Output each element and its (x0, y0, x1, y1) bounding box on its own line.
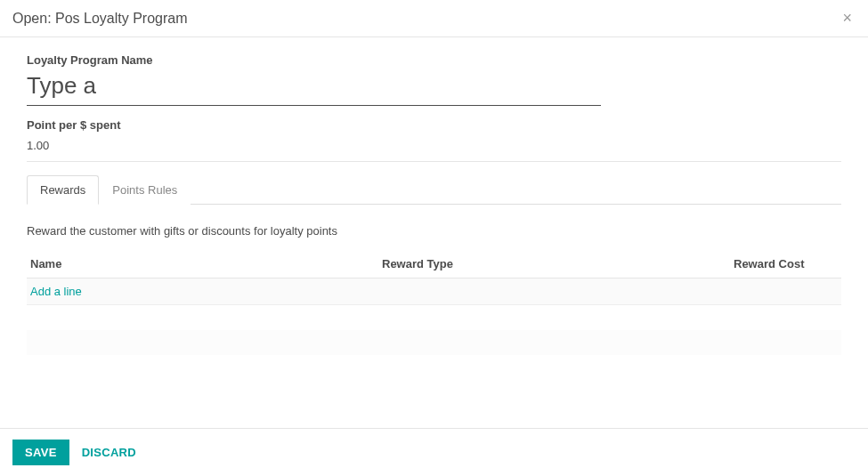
table-header: Name Reward Type Reward Cost (27, 250, 841, 278)
name-input[interactable] (27, 70, 601, 106)
points-input[interactable] (27, 139, 116, 152)
dialog-body: Loyalty Program Name Point per $ spent R… (0, 37, 868, 355)
add-line-link[interactable]: Add a line (27, 278, 841, 304)
dialog-title: Open: Pos Loyalty Program (12, 11, 188, 27)
column-name: Name (30, 257, 382, 270)
rewards-table: Name Reward Type Reward Cost Add a line (27, 250, 841, 355)
name-label: Loyalty Program Name (27, 53, 841, 67)
discard-button[interactable]: DISCARD (82, 446, 136, 459)
column-reward-cost: Reward Cost (734, 257, 838, 270)
name-field: Loyalty Program Name (27, 53, 841, 106)
tabs: Rewards Points Rules (27, 174, 841, 205)
tab-points-rules[interactable]: Points Rules (99, 175, 191, 205)
table-body: Add a line (27, 278, 841, 305)
dialog-footer: SAVE DISCARD (0, 428, 868, 476)
rewards-description: Reward the customer with gifts or discou… (27, 224, 841, 238)
close-icon[interactable]: × (839, 9, 856, 28)
dialog-header: Open: Pos Loyalty Program × (0, 0, 868, 37)
column-reward-type: Reward Type (382, 257, 734, 270)
points-label: Point per $ spent (27, 118, 841, 132)
save-button[interactable]: SAVE (12, 440, 69, 465)
points-field: Point per $ spent (27, 118, 841, 162)
tab-rewards[interactable]: Rewards (27, 175, 99, 205)
table-spacer (27, 330, 841, 355)
